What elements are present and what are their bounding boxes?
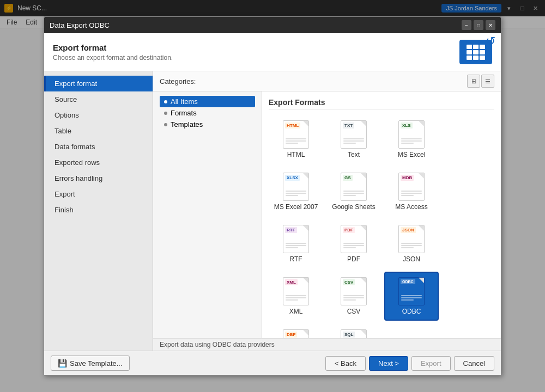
- refresh-icon: ↺: [486, 34, 495, 48]
- format-label-xls: MS Excel: [398, 151, 426, 158]
- floppy-icon: 💾: [58, 359, 67, 367]
- format-grid: HTML HTML: [269, 115, 494, 338]
- format-lines-html: [286, 138, 306, 145]
- format-label-odbc: ODBC: [402, 308, 421, 315]
- format-mdb[interactable]: MDB MS Access: [384, 167, 439, 216]
- format-lines-txt: [343, 138, 364, 145]
- dialog: Data Export ODBC − □ ✕ Export format Cho…: [44, 16, 501, 376]
- grid-view-button[interactable]: ⊞: [467, 75, 480, 88]
- step-data-formats[interactable]: Data formats: [44, 139, 153, 155]
- save-template-button[interactable]: 💾 Save Template...: [51, 356, 130, 371]
- list-view-button[interactable]: ☰: [481, 75, 494, 88]
- next-button[interactable]: Next >: [369, 356, 408, 371]
- content-split: All Items Formats Templates: [153, 91, 501, 338]
- export-formats-title: Export Formats: [269, 98, 494, 109]
- format-label-mdb: MS Access: [395, 203, 427, 211]
- format-lines-xls: [401, 138, 422, 145]
- format-tag-gs: GS: [343, 175, 353, 181]
- dialog-title-buttons: − □ ✕: [462, 20, 495, 30]
- format-lines-gs: [343, 191, 364, 197]
- categories-bar: Categories: ⊞ ☰: [153, 71, 501, 91]
- category-templates[interactable]: Templates: [160, 119, 255, 130]
- format-dbf[interactable]: DBF DBF: [269, 324, 323, 338]
- format-rtf[interactable]: RTF RTF: [269, 219, 323, 268]
- format-tag-sql: SQL: [343, 332, 355, 338]
- format-label-csv: CSV: [347, 308, 361, 315]
- dialog-main: Categories: ⊞ ☰ All Items: [153, 71, 501, 351]
- categories-label: Categories:: [160, 77, 196, 85]
- format-tag-dbf: DBF: [285, 332, 297, 338]
- format-odbc[interactable]: ODBC ODBC: [384, 272, 439, 321]
- format-lines-pdf: [343, 243, 364, 249]
- cat-formats-label: Formats: [171, 109, 197, 117]
- dialog-backdrop: Data Export ODBC − □ ✕ Export format Cho…: [0, 0, 545, 392]
- format-gs[interactable]: GS Google Sheets: [326, 167, 381, 216]
- format-html[interactable]: HTML HTML: [269, 115, 323, 164]
- step-table[interactable]: Table: [44, 123, 153, 139]
- dialog-maximize-button[interactable]: □: [474, 20, 483, 30]
- format-icon-csv: CSV: [341, 277, 367, 305]
- format-label-txt: Text: [348, 151, 360, 158]
- step-options[interactable]: Options: [44, 107, 153, 123]
- save-template-label: Save Template...: [70, 359, 123, 367]
- format-xlsx[interactable]: XLSX MS Excel 2007: [269, 167, 323, 216]
- step-export[interactable]: Export: [44, 186, 153, 202]
- format-tag-odbc: ODBC: [401, 279, 415, 284]
- format-json[interactable]: JSON JSON: [384, 219, 439, 268]
- dialog-titlebar: Data Export ODBC − □ ✕: [44, 17, 501, 33]
- app-window: ⚡ New SC... JS Jordan Sanders ▾ □ ✕ File…: [0, 0, 545, 392]
- cat-all-items-label: All Items: [171, 97, 198, 106]
- dialog-minimize-button[interactable]: −: [462, 20, 471, 30]
- format-icon-odbc: ODBC: [398, 277, 425, 305]
- cancel-button[interactable]: Cancel: [454, 356, 494, 371]
- format-icon-txt: TXT: [341, 120, 367, 149]
- step-finish[interactable]: Finish: [44, 202, 153, 218]
- cat-bullet-formats: [164, 112, 167, 115]
- category-all-items[interactable]: All Items: [160, 96, 255, 107]
- format-label-pdf: PDF: [347, 255, 360, 263]
- cat-bullet-templates: [164, 123, 167, 126]
- dialog-footer: 💾 Save Template... < Back Next > Export …: [44, 351, 501, 375]
- format-tag-json: JSON: [401, 227, 416, 233]
- format-tag-xml: XML: [285, 279, 298, 285]
- step-errors-handling[interactable]: Errors handling: [44, 170, 153, 186]
- step-exported-rows[interactable]: Exported rows: [44, 155, 153, 170]
- step-source[interactable]: Source: [44, 91, 153, 107]
- format-xml[interactable]: XML XML: [269, 272, 323, 321]
- format-xls[interactable]: XLS MS Excel: [384, 115, 439, 164]
- format-icon-gs: GS: [341, 173, 367, 201]
- category-tree: All Items Formats Templates: [153, 91, 262, 338]
- dialog-title: Data Export ODBC: [50, 21, 110, 29]
- format-icon-json: JSON: [398, 225, 425, 253]
- category-formats[interactable]: Formats: [160, 107, 255, 119]
- footer-left: 💾 Save Template...: [51, 356, 130, 371]
- format-icon-xml: XML: [283, 277, 309, 305]
- view-controls: ⊞ ☰: [467, 75, 494, 88]
- format-icon-sql: SQL: [341, 329, 367, 338]
- format-label-json: JSON: [403, 255, 420, 263]
- back-button[interactable]: < Back: [325, 356, 366, 371]
- export-button[interactable]: Export: [411, 356, 451, 371]
- format-tag-pdf: PDF: [343, 227, 355, 233]
- format-csv[interactable]: CSV CSV: [326, 272, 381, 321]
- format-icon-dbf: DBF: [283, 329, 309, 338]
- dialog-close-button[interactable]: ✕: [486, 20, 495, 30]
- format-lines-rtf: [286, 243, 306, 249]
- format-label-html: HTML: [287, 151, 305, 158]
- format-lines-xlsx: [286, 191, 306, 197]
- dialog-body: Export format Source Options Table Data …: [44, 71, 501, 351]
- format-sql[interactable]: SQL SQL: [326, 324, 381, 338]
- format-label-xlsx: MS Excel 2007: [274, 203, 318, 211]
- grid-icon: [463, 41, 488, 63]
- dialog-header: Export format Choose an export format an…: [44, 33, 501, 71]
- cat-bullet-all: [164, 100, 167, 103]
- format-tag-xls: XLS: [401, 122, 413, 128]
- format-label-gs: Google Sheets: [332, 203, 375, 211]
- step-export-format[interactable]: Export format: [44, 76, 153, 91]
- format-tag-mdb: MDB: [401, 175, 414, 181]
- format-pdf[interactable]: PDF PDF: [326, 219, 381, 268]
- format-icon-html: HTML: [283, 120, 309, 149]
- format-label-xml: XML: [289, 308, 303, 315]
- format-txt[interactable]: TXT Text: [326, 115, 381, 164]
- format-tag-rtf: RTF: [285, 227, 297, 233]
